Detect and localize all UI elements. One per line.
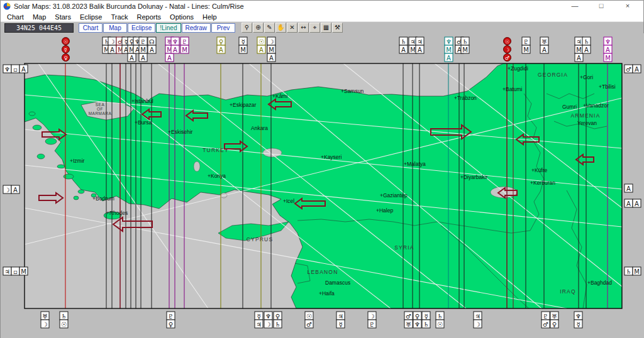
region-label: SYRIA: [394, 244, 414, 251]
toolbar-button-map[interactable]: Map: [103, 23, 127, 33]
planet-glyph-box[interactable]: ♆A: [171, 37, 179, 53]
draw-tool-icon[interactable]: ✎: [264, 23, 275, 33]
planet-glyph-box[interactable]: ♄☉: [436, 312, 444, 328]
toolbar-button-lined[interactable]: !Lined: [156, 23, 180, 33]
svg-text:M: M: [576, 46, 582, 53]
planet-glyph-box[interactable]: ♂A: [625, 65, 641, 73]
delete-tool-icon[interactable]: ✕: [287, 23, 297, 33]
planet-glyph-box[interactable]: ☽MA: [267, 37, 275, 62]
city-label: +Samsun: [341, 88, 364, 94]
svg-text:M: M: [182, 46, 187, 53]
planet-glyph-box[interactable]: ♀♄: [274, 312, 282, 328]
planet-glyph-box[interactable]: ♄M: [461, 37, 469, 53]
planet-glyph-box[interactable]: ☿♃: [255, 312, 263, 328]
planet-glyph-box[interactable]: ☉♂: [305, 312, 313, 328]
planet-glyph-box[interactable]: ♆☽: [264, 312, 272, 328]
planet-glyph-box[interactable]: ♂♅: [404, 312, 413, 328]
zoom-tool-icon[interactable]: ⊕: [253, 23, 264, 33]
planet-glyph-box[interactable]: ☽♇: [368, 312, 376, 328]
svg-text:☉: ☉: [306, 313, 312, 320]
menu-chart[interactable]: Chart: [3, 13, 28, 21]
map-canvas[interactable]: TURKEYGEORGIAARMENIACYPRUSSYRIALEBANONIR…: [1, 33, 644, 338]
person-tool-icon[interactable]: ⚲: [242, 23, 252, 33]
planet-glyph-box[interactable]: ♅A: [540, 37, 548, 53]
planet-glyph-box[interactable]: ♇MA: [139, 37, 147, 62]
svg-text:♄: ♄: [584, 38, 589, 45]
planet-glyph-box[interactable]: ♇M: [522, 37, 530, 53]
planet-glyph-box[interactable]: ☽A: [3, 185, 19, 194]
minimize-button[interactable]: —: [562, 1, 588, 12]
grid-tool-icon[interactable]: ▦: [321, 23, 331, 33]
svg-text:♆: ♆: [446, 38, 452, 45]
maximize-button[interactable]: □: [588, 1, 614, 12]
island: [74, 196, 79, 200]
svg-text:A: A: [635, 200, 639, 207]
planet-glyph-box[interactable]: ♆MA: [445, 37, 453, 62]
planet-glyph-box[interactable]: ☉A: [257, 37, 265, 53]
svg-text:♆: ♆: [414, 321, 420, 328]
pan-hand-tool-icon[interactable]: ✋: [275, 23, 286, 33]
crosshair-tool-icon[interactable]: ⌖: [309, 23, 320, 33]
planet-glyph-box[interactable]: AA: [625, 199, 641, 207]
toolbar-button-prev[interactable]: Prev: [211, 23, 235, 33]
menu-options[interactable]: Options: [165, 13, 198, 21]
planet-glyph-box[interactable]: A: [625, 184, 633, 192]
menu-reports[interactable]: Reports: [133, 13, 166, 21]
planet-glyph-box[interactable]: ♇M: [180, 37, 189, 53]
svg-text:M: M: [634, 268, 640, 275]
planet-glyph-box[interactable]: ♅☽: [41, 312, 49, 328]
planet-glyph-box[interactable]: ♄M: [625, 267, 641, 275]
tool-bar: 34N25 044E45 ChartMapEclipse!LinedRedraw…: [1, 22, 643, 33]
menu-map[interactable]: Map: [28, 13, 50, 21]
planet-glyph-box[interactable]: ♇♀: [167, 312, 175, 328]
hammer-tool-icon[interactable]: ⚒: [332, 23, 343, 33]
svg-text:A: A: [626, 200, 631, 207]
toolbar-button-redraw[interactable]: Redraw: [182, 23, 211, 33]
planet-glyph-box[interactable]: ♇♂: [541, 312, 550, 328]
menu-eclipse[interactable]: Eclipse: [75, 13, 106, 21]
city-label: +Izmir: [70, 158, 85, 164]
planet-glyph-box[interactable]: ♃☽: [474, 312, 482, 328]
planet-glyph-box[interactable]: ☿♄: [422, 312, 430, 328]
planet-glyph-box[interactable]: ♆AM: [604, 37, 612, 62]
planet-glyph-box[interactable]: ♅♀: [550, 312, 558, 328]
svg-text:♅: ♅: [541, 38, 547, 45]
planet-glyph-box[interactable]: ☿M: [239, 37, 247, 53]
planet-glyph-box[interactable]: ♃☿: [336, 312, 345, 328]
menu-stars[interactable]: Stars: [50, 13, 75, 21]
svg-text:A: A: [542, 46, 547, 53]
menu-help[interactable]: Help: [198, 13, 221, 21]
coordinates-readout: 34N25 044E45: [4, 23, 74, 33]
planet-glyph-box[interactable]: ♃A: [416, 37, 424, 53]
planet-glyph-box[interactable]: ♄A: [399, 37, 408, 53]
toolbar-button-chart[interactable]: Chart: [79, 23, 103, 33]
measure-tool-icon[interactable]: ↔: [298, 23, 309, 33]
planet-glyph-box[interactable]: ☊A: [148, 37, 156, 53]
planet-glyph-box[interactable]: ♀♆: [413, 312, 421, 328]
planet-glyph-box[interactable]: ♆☿: [574, 312, 582, 328]
planet-glyph-box[interactable]: ♃MA: [575, 37, 583, 62]
city-label: +Haifa: [319, 290, 335, 297]
planet-glyph-box[interactable]: ♄☉: [60, 312, 68, 328]
svg-text:M: M: [446, 46, 452, 53]
planet-glyph-box[interactable]: ♆▫A: [3, 65, 28, 73]
svg-text:♇: ♇: [140, 38, 146, 45]
svg-text:♄: ♄: [275, 321, 280, 328]
planet-glyph-box[interactable]: ♀A: [217, 37, 225, 53]
menu-track[interactable]: Track: [106, 13, 132, 21]
close-button[interactable]: ×: [614, 1, 641, 12]
svg-text:☉: ☉: [437, 321, 443, 328]
svg-text:▫: ▫: [13, 268, 18, 275]
planet-glyph-box[interactable]: ☽A: [108, 37, 116, 53]
planet-glyph-box[interactable]: ☉☽♂: [504, 38, 511, 62]
city-label: +Trabzon: [454, 95, 477, 101]
region-label: LEBANON: [307, 269, 338, 275]
map-area[interactable]: TURKEYGEORGIAARMENIACYPRUSSYRIALEBANONIR…: [1, 33, 644, 338]
city-label: +Istanbul: [131, 98, 153, 104]
toolbar-button-eclipse[interactable]: Eclipse: [128, 23, 155, 33]
city-label: Ankara: [251, 125, 268, 131]
svg-text:♃: ♃: [4, 268, 10, 275]
planet-glyph-box[interactable]: ♄A: [582, 37, 591, 53]
planet-glyph-box[interactable]: ☉☿♀: [62, 38, 70, 62]
planet-glyph-box[interactable]: ♃▫M: [3, 267, 28, 275]
